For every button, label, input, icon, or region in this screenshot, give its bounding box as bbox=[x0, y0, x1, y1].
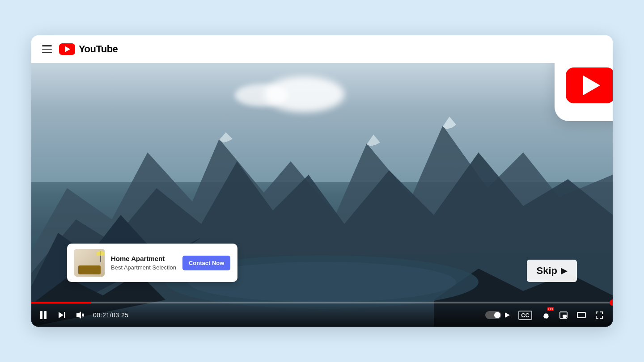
cc-label: CC bbox=[518, 311, 532, 320]
skip-button[interactable]: Skip ▶ bbox=[527, 260, 577, 282]
apt-table bbox=[78, 265, 101, 274]
apt-lamp bbox=[100, 251, 101, 262]
miniplayer-button[interactable] bbox=[558, 310, 569, 320]
theater-mode-icon bbox=[577, 311, 586, 320]
svg-marker-7 bbox=[443, 117, 456, 129]
mountains-svg bbox=[31, 63, 613, 327]
svg-marker-6 bbox=[367, 135, 380, 146]
hd-badge: HD bbox=[547, 307, 554, 311]
autoplay-play-icon bbox=[504, 312, 510, 318]
apartment-scene bbox=[74, 249, 105, 277]
youtube-logo[interactable]: YouTube bbox=[59, 43, 118, 55]
skip-next-button[interactable] bbox=[56, 310, 67, 320]
contact-now-button[interactable]: Contact Now bbox=[182, 256, 230, 270]
youtube-logo-text: YouTube bbox=[79, 43, 118, 55]
theater-mode-button[interactable] bbox=[576, 310, 587, 320]
autoplay-track[interactable] bbox=[485, 311, 501, 319]
ad-card: Home Apartment Best Apartment Selection … bbox=[67, 244, 237, 282]
browser-header: YouTube bbox=[31, 35, 613, 63]
mountain-scene bbox=[31, 63, 613, 327]
svg-marker-12 bbox=[76, 311, 81, 319]
volume-icon bbox=[75, 310, 85, 320]
youtube-tv-icon bbox=[566, 67, 613, 103]
skip-arrow-icon: ▶ bbox=[561, 266, 567, 276]
svg-marker-5 bbox=[219, 132, 233, 143]
pause-button[interactable] bbox=[39, 310, 49, 320]
settings-icon bbox=[541, 311, 550, 320]
video-controls: 00:21/03:25 CC HD bbox=[31, 303, 613, 327]
settings-button[interactable]: HD bbox=[540, 310, 551, 320]
ad-thumbnail bbox=[74, 249, 105, 277]
ad-title: Home Apartment bbox=[111, 255, 176, 262]
fullscreen-icon bbox=[595, 311, 604, 320]
hamburger-menu[interactable] bbox=[42, 45, 52, 53]
svg-rect-15 bbox=[563, 315, 566, 317]
skip-label: Skip bbox=[537, 265, 557, 277]
autoplay-toggle[interactable] bbox=[485, 311, 510, 319]
fullscreen-button[interactable] bbox=[594, 310, 605, 320]
miniplayer-icon bbox=[559, 311, 568, 320]
time-display: 00:21/03:25 bbox=[93, 311, 128, 319]
cc-button[interactable]: CC bbox=[517, 310, 533, 321]
youtube-floating-icon bbox=[555, 63, 613, 121]
skip-next-icon bbox=[57, 311, 66, 320]
svg-marker-13 bbox=[505, 312, 510, 318]
autoplay-thumb bbox=[494, 312, 500, 318]
video-background bbox=[31, 63, 613, 327]
svg-rect-11 bbox=[64, 312, 65, 318]
browser-window: YouTube bbox=[31, 35, 613, 327]
ad-info: Home Apartment Best Apartment Selection bbox=[111, 255, 176, 271]
ad-subtitle: Best Apartment Selection bbox=[111, 264, 176, 271]
svg-marker-10 bbox=[59, 312, 64, 318]
video-container: 00:21/03:25 CC HD bbox=[31, 63, 613, 327]
youtube-logo-icon bbox=[59, 43, 75, 55]
pause-icon bbox=[40, 311, 48, 319]
volume-button[interactable] bbox=[74, 309, 86, 321]
svg-rect-16 bbox=[577, 312, 585, 318]
